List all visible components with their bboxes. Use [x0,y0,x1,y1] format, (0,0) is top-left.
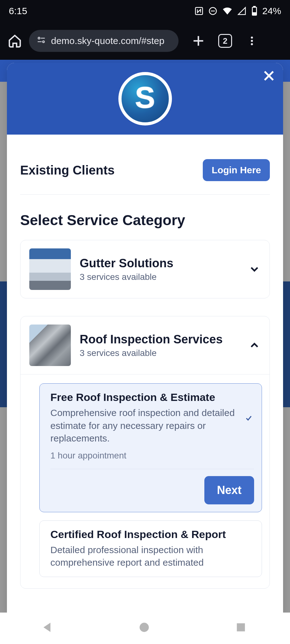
check-icon [245,414,254,423]
svg-point-6 [38,37,40,39]
category-title: Gutter Solutions [80,257,173,270]
svg-rect-4 [253,6,255,7]
service-card-free-inspection[interactable]: Free Roof Inspection & Estimate Comprehe… [39,383,262,512]
back-button[interactable] [41,620,56,636]
svg-point-8 [43,41,44,42]
wifi-icon [222,6,233,16]
modal-header: S [7,63,283,135]
status-right-cluster: 24% [194,6,281,16]
android-nav-bar [0,613,290,644]
section-title: Select Service Category [20,212,270,229]
service-meta: 1 hour appointment [50,451,239,461]
close-icon[interactable] [262,69,276,83]
svg-point-12 [251,36,253,39]
signal-icon [237,6,247,16]
android-status-bar: 6:15 24% [0,0,290,22]
svg-point-17 [139,623,149,632]
category-thumb [29,325,71,366]
nfc-icon [194,6,204,16]
service-description: Detailed professional inspection with co… [50,544,254,569]
service-card-certified-inspection[interactable]: Certified Roof Inspection & Report Detai… [39,520,262,577]
home-icon[interactable] [8,34,22,48]
service-modal: S Existing Clients Login Here Select Ser… [7,63,283,613]
site-settings-icon[interactable] [36,35,47,47]
svg-point-13 [251,40,253,42]
tab-switcher[interactable]: 2 [218,34,232,48]
category-card-roof: Roof Inspection Services 3 services avai… [20,316,270,589]
url-bar[interactable]: demo.sky-quote.com/#step [29,30,179,52]
dnd-icon [208,6,218,16]
category-subtitle: 3 services available [80,348,223,358]
service-description: Comprehensive roof inspection and detail… [50,407,239,445]
battery-icon [251,6,258,16]
recents-button[interactable] [234,620,250,636]
overflow-menu-button[interactable] [245,34,259,48]
login-button[interactable]: Login Here [203,159,270,181]
svg-point-14 [251,43,253,45]
url-text: demo.sky-quote.com/#step [51,36,164,46]
status-time: 6:15 [9,6,27,16]
chevron-down-icon [248,263,261,275]
svg-rect-18 [237,623,245,631]
page-backdrop: S Existing Clients Login Here Select Ser… [0,60,290,613]
category-title: Roof Inspection Services [80,333,223,346]
category-subtitle: 3 services available [80,272,173,282]
service-title: Certified Roof Inspection & Report [50,528,254,541]
divider [50,469,254,469]
browser-toolbar: demo.sky-quote.com/#step 2 [0,22,290,60]
services-list: Free Roof Inspection & Estimate Comprehe… [20,374,270,588]
chevron-up-icon [248,339,261,352]
svg-rect-5 [253,13,256,14]
category-header-roof[interactable]: Roof Inspection Services 3 services avai… [20,316,270,374]
divider [20,194,270,195]
next-button[interactable]: Next [204,476,254,504]
brand-logo: S [118,72,172,125]
category-thumb [29,248,71,290]
new-tab-button[interactable] [191,34,206,48]
service-title: Free Roof Inspection & Estimate [50,391,239,403]
battery-percent: 24% [262,6,281,16]
existing-clients-title: Existing Clients [20,163,115,177]
home-button[interactable] [137,620,153,636]
category-card-gutter[interactable]: Gutter Solutions 3 services available [20,240,270,298]
